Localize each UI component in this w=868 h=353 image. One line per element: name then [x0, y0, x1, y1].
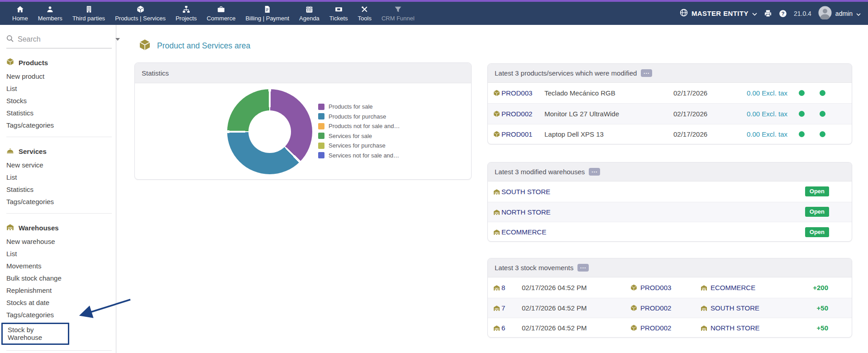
price-link[interactable]: 0.00 Excl. tax — [725, 110, 791, 118]
nav-label: Third parties — [72, 15, 105, 22]
status-badge: Open — [805, 186, 829, 196]
sidebar-section-services[interactable]: Services — [6, 147, 116, 156]
legend-swatch — [318, 133, 324, 139]
sidebar-item-stocks-at-date[interactable]: Stocks at date — [6, 296, 116, 309]
page-title: Product and Services area — [157, 41, 250, 51]
legend-label: Services not for sale and… — [329, 152, 399, 159]
movement-datetime: 02/17/2026 04:52 PM — [522, 304, 630, 312]
sidebar-item-service-statistics[interactable]: Statistics — [6, 183, 116, 196]
version-label: 21.0.4 — [794, 10, 811, 17]
warehouse-icon — [701, 324, 707, 331]
sidebar-item-service-tags[interactable]: Tags/categories — [6, 196, 116, 208]
nav-products-services[interactable]: Products | Services — [110, 5, 171, 23]
nav-billing-payment[interactable]: Billing | Payment — [240, 5, 294, 23]
price-link[interactable]: 0.00 Excl. tax — [725, 130, 791, 138]
movement-warehouse-link[interactable]: SOUTH STORE — [711, 304, 759, 312]
sidebar-item-service-list[interactable]: List — [6, 171, 116, 183]
legend-label: Services for sale — [329, 133, 372, 139]
building-icon — [85, 5, 93, 13]
more-button[interactable]: ... — [589, 168, 600, 176]
nav-agenda[interactable]: Agenda — [294, 5, 324, 23]
nav-label: Projects — [176, 15, 197, 22]
more-button[interactable]: ... — [641, 69, 652, 77]
cube-icon — [630, 284, 637, 291]
sidebar-item-product-tags[interactable]: Tags/categories — [6, 119, 116, 131]
warehouse-icon — [493, 209, 501, 215]
product-code-link[interactable]: PROD002 — [501, 110, 544, 118]
legend-label: Products for purchase — [329, 113, 386, 120]
sidebar-item-new-warehouse[interactable]: New warehouse — [6, 235, 116, 248]
nav-commerce[interactable]: Commerce — [202, 5, 241, 23]
nav-crm-funnel[interactable]: CRM Funnel — [377, 5, 420, 23]
sidebar-item-product-list[interactable]: List — [6, 82, 116, 95]
nav-label: Tickets — [329, 15, 348, 22]
legend-item: Products not for sale and… — [318, 121, 400, 131]
movement-warehouse-link[interactable]: ECOMMERCE — [711, 284, 755, 291]
sidebar-item-warehouse-tags[interactable]: Tags/categories — [6, 309, 116, 321]
nav-tools[interactable]: Tools — [353, 5, 377, 23]
user-menu[interactable]: admin — [818, 6, 861, 21]
legend-item: Services for purchase — [318, 141, 400, 151]
product-label: Monitor LG 27 UltraWide — [544, 110, 673, 118]
nav-third-parties[interactable]: Third parties — [67, 5, 110, 23]
buy-status-dot — [820, 90, 825, 96]
product-code-link[interactable]: PROD001 — [501, 130, 544, 138]
product-code-link[interactable]: PROD003 — [501, 89, 544, 97]
funnel-icon — [394, 5, 402, 13]
sidebar-item-new-service[interactable]: New service — [6, 159, 116, 171]
sidebar-section-warehouses[interactable]: Warehouses — [6, 223, 116, 232]
modified-date: 02/17/2026 — [673, 89, 725, 97]
topbar-right: MASTER ENTITY ? 21.0.4 admin — [680, 6, 861, 21]
latest-products-rows: PROD003 Teclado Mecánico RGB 02/17/2026 … — [488, 83, 852, 144]
latest-movements-header: Latest 3 stock movements ... — [488, 258, 852, 277]
movement-warehouse-link[interactable]: NORTH STORE — [711, 324, 760, 332]
sidebar-item-new-product[interactable]: New product — [6, 70, 116, 82]
nav-home[interactable]: Home — [7, 5, 33, 23]
movement-product-link[interactable]: PROD002 — [640, 304, 671, 312]
movement-id-link[interactable]: 8 — [501, 284, 522, 291]
sell-status-dot — [799, 131, 805, 137]
movement-datetime: 02/17/2026 04:52 PM — [522, 284, 630, 291]
movement-product-link[interactable]: PROD002 — [640, 324, 671, 332]
cube-icon — [630, 305, 637, 311]
print-icon[interactable] — [764, 10, 772, 18]
entity-selector[interactable]: MASTER ENTITY — [680, 9, 757, 18]
warehouse-link[interactable]: SOUTH STORE — [501, 188, 805, 196]
movement-id-link[interactable]: 7 — [501, 304, 522, 312]
nav-label: CRM Funnel — [382, 15, 415, 22]
svg-text:?: ? — [781, 11, 784, 16]
price-link[interactable]: 0.00 Excl. tax — [725, 89, 791, 97]
help-icon[interactable]: ? — [779, 10, 787, 18]
movement-product-link[interactable]: PROD003 — [640, 284, 671, 291]
warehouse-link[interactable]: ECOMMERCE — [501, 228, 805, 236]
buy-status-dot — [820, 131, 825, 137]
sitemap-icon — [182, 5, 190, 13]
sidebar-item-stocks[interactable]: Stocks — [6, 95, 116, 107]
nav-projects[interactable]: Projects — [171, 5, 202, 23]
table-row: 8 02/17/2026 04:52 PM PROD003 ECOMMERCE … — [488, 277, 852, 298]
warehouse-link[interactable]: NORTH STORE — [501, 208, 805, 216]
sidebar-item-product-statistics[interactable]: Statistics — [6, 107, 116, 119]
sidebar-item-movements[interactable]: Movements — [6, 260, 116, 272]
nav-tickets[interactable]: Tickets — [324, 5, 353, 23]
warehouse-icon — [701, 305, 707, 311]
search-input[interactable] — [18, 35, 111, 43]
sidebar-item-replenishment[interactable]: Replenishment — [6, 284, 116, 296]
nav-label: Members — [38, 15, 62, 22]
legend-swatch — [318, 104, 324, 110]
chart-legend: Products for saleProducts for purchasePr… — [318, 102, 400, 160]
sidebar-section-products[interactable]: Products — [6, 58, 116, 67]
more-button[interactable]: ... — [577, 264, 589, 272]
sidebar-item-stock-by-warehouse[interactable]: Stock by Warehouse — [1, 323, 69, 345]
search-dropdown-caret-icon[interactable] — [115, 38, 120, 41]
legend-item: Products for purchase — [318, 112, 400, 122]
table-row: SOUTH STORE Open — [488, 181, 852, 202]
nav-members[interactable]: Members — [33, 5, 67, 23]
sidebar-item-warehouse-list[interactable]: List — [6, 248, 116, 260]
ticket-icon — [335, 5, 343, 13]
movement-id-link[interactable]: 6 — [501, 324, 522, 332]
sidebar-item-bulk-stock-change[interactable]: Bulk stock change — [6, 272, 116, 284]
modified-date: 02/17/2026 — [673, 130, 725, 138]
movement-qty: +50 — [802, 324, 828, 332]
divider — [6, 137, 112, 137]
